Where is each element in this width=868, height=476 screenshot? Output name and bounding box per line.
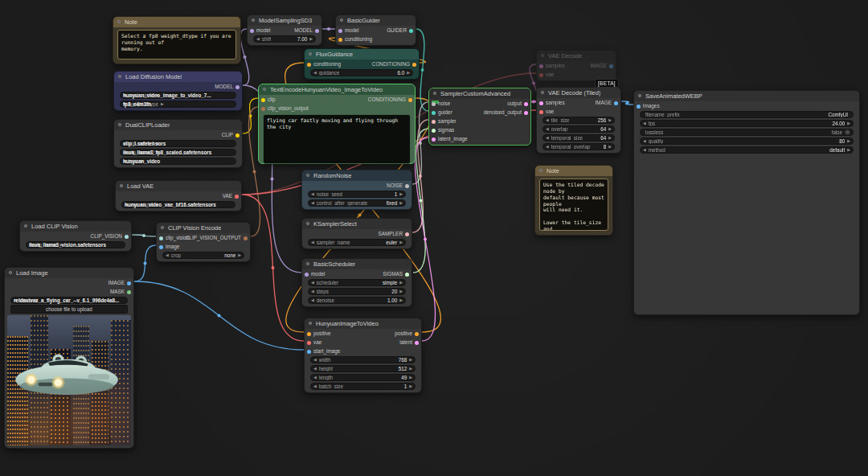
node-load-diffusion-model[interactable]: Load Diffusion ModelMODEL◀unet_namehunyu… [113, 71, 243, 111]
output-slot-dot-positive[interactable] [415, 332, 419, 336]
widget-quality[interactable]: ◀quality80▶ [640, 137, 854, 145]
decrement-arrow-icon[interactable]: ◀ [311, 201, 314, 205]
decrement-arrow-icon[interactable]: ◀ [313, 384, 317, 388]
increment-arrow-icon[interactable]: ▶ [399, 201, 403, 205]
widget-height[interactable]: ◀height512▶ [310, 365, 416, 372]
input-slot-dot-positive[interactable] [307, 332, 311, 336]
widget-scheduler[interactable]: ◀schedulersimple▶ [308, 279, 406, 286]
widget-clip_name1[interactable]: ◀clip_name1clip_l.safetensors▶ [120, 140, 236, 147]
increment-arrow-icon[interactable]: ▶ [399, 192, 403, 196]
decrement-arrow-icon[interactable]: ◀ [643, 148, 646, 152]
node-header[interactable]: TextEncodeHunyuanVideo_ImageToVideo [259, 84, 415, 95]
collapse-dot-icon[interactable] [118, 75, 121, 78]
decrement-arrow-icon[interactable]: ◀ [256, 37, 260, 41]
input-slot-dot-samples[interactable] [539, 64, 543, 68]
output-slot-dot-CONDITIONING[interactable] [412, 63, 416, 67]
increment-arrow-icon[interactable]: ▶ [847, 121, 850, 125]
decrement-arrow-icon[interactable]: ◀ [643, 139, 646, 143]
increment-arrow-icon[interactable]: ▶ [409, 384, 412, 388]
input-slot-dot-model[interactable] [338, 29, 342, 33]
collapse-dot-icon[interactable] [24, 224, 27, 228]
toggle-knob[interactable] [845, 129, 850, 135]
increment-arrow-icon[interactable]: ▶ [409, 358, 412, 362]
node-header[interactable]: FluxGuidance [305, 49, 419, 60]
widget-control_after_generate[interactable]: ◀control_after_generatefixed▶ [308, 199, 406, 207]
output-slot-dot-MODEL[interactable] [315, 29, 319, 33]
output-slot-dot-MASK[interactable] [127, 290, 131, 294]
collapse-dot-icon[interactable] [252, 18, 255, 22]
node-flux-guidance[interactable]: FluxGuidanceconditioningCONDITIONING◀gui… [304, 48, 420, 80]
widget-denoise[interactable]: ◀denoise1.00▶ [308, 297, 406, 304]
collapse-dot-icon[interactable] [263, 88, 266, 91]
input-slot-dot-vae[interactable] [307, 341, 311, 345]
input-slot-dot-conditioning[interactable] [338, 38, 342, 42]
widget-batch_size[interactable]: ◀batch_size1▶ [310, 383, 416, 390]
decrement-arrow-icon[interactable]: ◀ [311, 298, 314, 302]
node-header[interactable]: Load Image [5, 268, 133, 278]
collapse-dot-icon[interactable] [306, 222, 309, 225]
node-model-sampling-sd3[interactable]: ModelSamplingSD3modelMODEL◀shift7.00▶ [247, 14, 322, 46]
collapse-dot-icon[interactable] [117, 20, 121, 23]
node-vae-decode-tiled[interactable]: VAE Decode (Tiled)samplesIMAGEvae◀tile_s… [536, 87, 621, 154]
increment-arrow-icon[interactable]: ▶ [608, 145, 612, 149]
output-slot-dot-CLIP_VISION_OUTPUT[interactable] [244, 236, 248, 240]
decrement-arrow-icon[interactable]: ◀ [311, 192, 314, 196]
input-slot-dot-model[interactable] [305, 273, 309, 277]
input-slot-dot-conditioning[interactable] [307, 63, 311, 67]
increment-arrow-icon[interactable]: ▶ [409, 367, 412, 371]
widget-filename_prefix[interactable]: filename_prefixComfyUI [640, 111, 854, 118]
output-slot-dot-GUIDER[interactable] [409, 29, 413, 33]
node-header[interactable]: BasicGuider [336, 15, 416, 26]
input-slot-dot-clip_vision[interactable] [159, 236, 163, 240]
output-slot-dot-NOISE[interactable] [405, 184, 409, 188]
widget-steps[interactable]: ◀steps20▶ [308, 288, 406, 295]
widget-shift[interactable]: ◀shift7.00▶ [253, 35, 316, 43]
node-dual-clip-loader[interactable]: DualCLIPLoaderCLIP◀clip_name1clip_l.safe… [113, 119, 243, 168]
input-slot-dot-vae[interactable] [539, 110, 543, 114]
node-ksampler-select[interactable]: KSamplerSelectSAMPLER◀sampler_nameeuler▶ [301, 218, 412, 249]
collapse-dot-icon[interactable] [306, 262, 309, 265]
collapse-dot-icon[interactable] [306, 174, 309, 177]
input-slot-dot-sigmas[interactable] [432, 129, 436, 133]
prompt-textarea[interactable]: flying car fastly moving and flying thro… [263, 114, 411, 164]
decrement-arrow-icon[interactable]: ◀ [643, 121, 646, 125]
node-header[interactable]: KSamplerSelect [302, 219, 411, 229]
collapse-dot-icon[interactable] [638, 94, 641, 97]
input-slot-dot-vae[interactable] [539, 73, 543, 77]
node-header[interactable]: SamplerCustomAdvanced [429, 88, 530, 99]
node-basic-guider[interactable]: BasicGuidermodelGUIDERconditioning [335, 14, 416, 46]
input-slot-dot-clip[interactable] [261, 98, 265, 102]
decrement-arrow-icon[interactable]: ◀ [546, 145, 549, 149]
widget-length[interactable]: ◀length49▶ [310, 374, 416, 381]
collapse-dot-icon[interactable] [309, 322, 312, 325]
increment-arrow-icon[interactable]: ▶ [608, 127, 612, 131]
node-save-animated-webp[interactable]: SaveAnimatedWEBPimagesfilename_prefixCom… [633, 90, 860, 315]
collapse-dot-icon[interactable] [9, 271, 12, 274]
choose-file-button[interactable]: choose file to upload [10, 305, 128, 314]
decrement-arrow-icon[interactable]: ◀ [166, 253, 169, 257]
node-header[interactable]: BasicScheduler [302, 259, 411, 269]
collapse-dot-icon[interactable] [161, 226, 164, 229]
decrement-arrow-icon[interactable]: ◀ [311, 289, 314, 293]
output-slot-dot-output[interactable] [524, 102, 528, 106]
input-slot-dot-image[interactable] [159, 245, 163, 249]
node-header[interactable]: Load CLIP Vision [20, 221, 131, 232]
node-header[interactable]: Note [535, 166, 612, 176]
widget-lossless[interactable]: losslessfalse [640, 129, 854, 136]
node-text-encode-hunyuan-video-image-to-video[interactable]: TextEncodeHunyuanVideo_ImageToVideoclipC… [258, 84, 416, 164]
node-header[interactable]: HunyuanImageToVideo [305, 318, 421, 329]
output-slot-dot-denoised_output[interactable] [524, 111, 528, 115]
node-note-right[interactable]: NoteUse the tiled decode node by default… [534, 165, 613, 236]
collapse-dot-icon[interactable] [118, 123, 121, 126]
widget-weight_dtype[interactable]: ◀weight_dtypefp8_e4m3fn▶ [120, 101, 236, 108]
increment-arrow-icon[interactable]: ▶ [847, 139, 850, 143]
widget-guidance[interactable]: ◀guidance6.0▶ [310, 69, 413, 76]
decrement-arrow-icon[interactable]: ◀ [313, 367, 317, 371]
node-load-vae[interactable]: Load VAEVAE◀vae_namehunyuan_video_vae_bf… [115, 180, 242, 211]
collapse-dot-icon[interactable] [309, 52, 312, 55]
output-slot-dot-CONDITIONING[interactable] [408, 98, 412, 102]
widget-tile_size[interactable]: ◀tile_size256▶ [542, 117, 615, 124]
node-basic-scheduler[interactable]: BasicSchedulermodelSIGMAS◀schedulersimpl… [301, 258, 412, 307]
output-slot-dot-IMAGE[interactable] [609, 64, 613, 68]
node-load-clip-vision[interactable]: Load CLIP VisionCLIP_VISION◀clip_namella… [19, 220, 132, 252]
